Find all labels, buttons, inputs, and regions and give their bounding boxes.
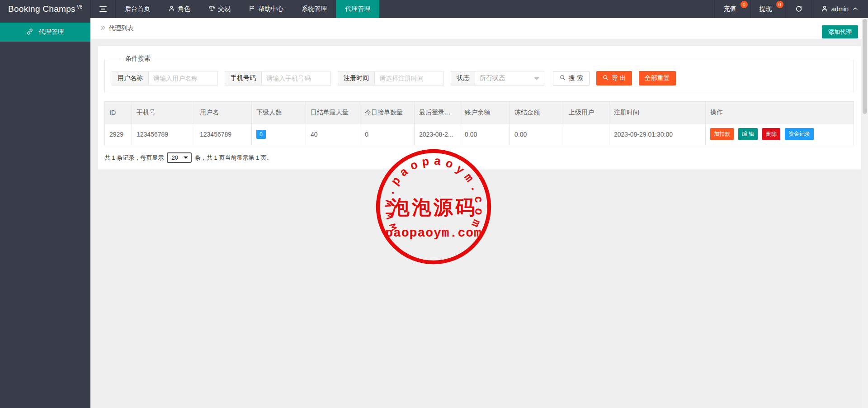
username-label: admin xyxy=(831,5,849,13)
search-button-label: 搜 索 xyxy=(569,74,583,82)
cell-phone: 123456789 xyxy=(132,123,195,145)
menu-item-label: 系统管理 xyxy=(302,5,327,13)
withdraw-menu-item[interactable]: 提现 0 xyxy=(750,0,786,18)
table-row: 2929 123456789 123456789 0 40 0 2023-08-… xyxy=(105,123,854,145)
col-username: 用户名 xyxy=(195,102,252,123)
main-area: 代理列表 添加代理 条件搜索 用户名称 手机号码 注册时间 xyxy=(90,18,868,408)
fund-record-button[interactable]: 资金记录 xyxy=(785,128,814,140)
cell-actions: 加扣款 编 辑 删除 资金记录 xyxy=(706,123,854,145)
col-reg-time: 注册时间 xyxy=(609,102,706,123)
col-parent-user: 上级用户 xyxy=(564,102,609,123)
withdraw-label: 提现 xyxy=(760,5,772,13)
page-size-select[interactable]: 20 xyxy=(167,152,191,163)
username-input[interactable] xyxy=(149,71,217,85)
col-last-login: 最后登录时... xyxy=(415,102,460,123)
search-form-row: 用户名称 手机号码 注册时间 状态 所有状态 xyxy=(112,71,847,85)
col-frozen: 冻结金额 xyxy=(510,102,564,123)
sidebar-item-label: 代理管理 xyxy=(38,28,64,36)
col-balance: 账户余额 xyxy=(460,102,510,123)
scrollbar-thumb[interactable] xyxy=(863,19,867,114)
menu-item-help-center[interactable]: 帮助中心 xyxy=(240,0,292,18)
col-subordinates: 下级人数 xyxy=(252,102,306,123)
pagination-bar: 共 1 条记录，每页显示 20 条，共 1 页当前显示第 1 页。 xyxy=(104,152,854,163)
phone-field-group: 手机号码 xyxy=(225,71,331,85)
cell-frozen: 0.00 xyxy=(510,123,564,145)
refresh-icon xyxy=(795,5,802,14)
person-icon xyxy=(168,5,175,13)
menu-item-system[interactable]: 系统管理 xyxy=(292,0,336,18)
username-field-group: 用户名称 xyxy=(112,71,218,85)
double-chevron-right-icon xyxy=(99,24,106,33)
phone-field-label: 手机号码 xyxy=(225,71,262,85)
export-button[interactable]: 导 出 xyxy=(596,71,632,85)
regtime-field-group: 注册时间 xyxy=(338,71,444,85)
reset-all-button[interactable]: 全部重置 xyxy=(639,71,676,85)
person-icon xyxy=(821,5,828,14)
left-sidebar: 代理管理 xyxy=(0,18,90,408)
cell-today-orders: 0 xyxy=(360,123,415,145)
delete-button[interactable]: 删除 xyxy=(762,128,780,140)
recharge-count-badge: 0 xyxy=(741,1,748,8)
breadcrumb-bar: 代理列表 添加代理 xyxy=(90,18,868,39)
cell-id: 2929 xyxy=(105,123,132,145)
menu-item-trade[interactable]: 交易 xyxy=(199,0,240,18)
cell-last-login: 2023-08-2... xyxy=(415,123,460,145)
scales-icon xyxy=(208,5,215,13)
page-size-value: 20 xyxy=(171,154,178,161)
cell-balance: 0.00 xyxy=(460,123,510,145)
menu-item-agents[interactable]: 代理管理 xyxy=(336,0,379,18)
recharge-label: 充值 xyxy=(724,5,736,13)
chevron-up-icon xyxy=(852,5,859,14)
hamburger-icon xyxy=(99,6,107,12)
chevron-down-icon xyxy=(184,157,188,161)
cell-subordinates: 0 xyxy=(252,123,306,145)
user-menu[interactable]: admin xyxy=(811,0,868,18)
subordinates-count-badge[interactable]: 0 xyxy=(256,130,266,139)
breadcrumb-current: 代理列表 xyxy=(108,24,134,33)
top-navbar: Booking Champs V8 后台首页 角色 交易 帮助中心 xyxy=(0,0,868,18)
phone-input[interactable] xyxy=(262,71,330,85)
status-field-label: 状态 xyxy=(451,71,475,85)
app-version: V8 xyxy=(77,5,83,9)
content-area: 条件搜索 用户名称 手机号码 注册时间 状态 xyxy=(90,39,868,177)
sidebar-toggle-button[interactable] xyxy=(90,0,116,18)
search-panel-legend: 条件搜索 xyxy=(121,55,155,63)
table-header-row: ID 手机号 用户名 下级人数 日结单最大量 今日接单数量 最后登录时... 账… xyxy=(105,102,854,123)
chevron-down-icon xyxy=(534,77,539,83)
menu-item-roles[interactable]: 角色 xyxy=(159,0,199,18)
regtime-field-label: 注册时间 xyxy=(338,71,375,85)
search-icon xyxy=(602,74,609,82)
menu-item-label: 帮助中心 xyxy=(258,5,283,13)
app-logo-text: Booking Champs xyxy=(8,4,75,14)
cell-username: 123456789 xyxy=(195,123,252,145)
search-panel: 条件搜索 用户名称 手机号码 注册时间 状态 xyxy=(104,55,854,93)
recharge-menu-item[interactable]: 充值 0 xyxy=(714,0,750,18)
withdraw-count-badge: 0 xyxy=(776,1,783,8)
breadcrumb: 代理列表 xyxy=(99,24,134,33)
status-select[interactable]: 所有状态 xyxy=(475,71,544,85)
pagination-total-suffix: 条，共 1 页当前显示第 1 页。 xyxy=(195,154,273,162)
vertical-scrollbar[interactable] xyxy=(862,18,868,408)
col-daily-max: 日结单最大量 xyxy=(306,102,360,123)
search-icon xyxy=(559,74,566,82)
sidebar-item-agents[interactable]: 代理管理 xyxy=(0,23,90,42)
flag-icon xyxy=(249,5,255,13)
pagination-total-prefix: 共 1 条记录，每页显示 xyxy=(104,154,164,162)
edit-button[interactable]: 编 辑 xyxy=(738,128,758,140)
agent-list-card: 条件搜索 用户名称 手机号码 注册时间 状态 xyxy=(98,46,861,170)
export-button-label: 导 出 xyxy=(612,74,626,82)
regtime-input[interactable] xyxy=(375,71,443,85)
refresh-button[interactable] xyxy=(786,0,811,18)
menu-item-label: 后台首页 xyxy=(125,5,150,13)
menu-item-dashboard[interactable]: 后台首页 xyxy=(116,0,159,18)
link-icon xyxy=(26,28,33,37)
status-select-value: 所有状态 xyxy=(480,74,505,82)
col-actions: 操作 xyxy=(706,102,854,123)
add-agent-button[interactable]: 添加代理 xyxy=(822,25,858,38)
main-menu: 后台首页 角色 交易 帮助中心 系统管理 代理管理 xyxy=(116,0,379,18)
col-phone: 手机号 xyxy=(132,102,195,123)
add-deduct-button[interactable]: 加扣款 xyxy=(710,128,734,140)
status-field-group: 状态 所有状态 xyxy=(451,71,544,85)
menu-item-label: 角色 xyxy=(178,5,190,13)
search-button[interactable]: 搜 索 xyxy=(553,71,590,85)
